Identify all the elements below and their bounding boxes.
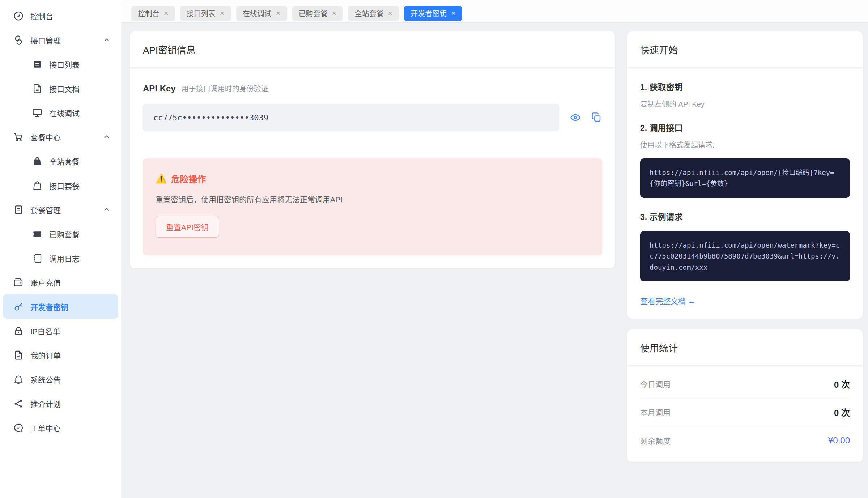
sidebar-item-label: 在线调试 <box>49 107 111 118</box>
warning-icon: ⚠️ <box>156 173 167 184</box>
stat-value: ¥0.00 <box>828 435 850 446</box>
sidebar-group-package-management[interactable]: 套餐管理 <box>0 197 121 222</box>
api-key-hint: 用于接口调用时的身份验证 <box>182 83 268 94</box>
sample-request-code-block: https://api.nfiii.com/api/open/watermark… <box>640 231 850 281</box>
sidebar-item-purchased-packages[interactable]: 已购套餐 <box>0 222 121 246</box>
bell-icon <box>13 374 24 385</box>
copy-icon[interactable] <box>591 112 602 123</box>
notebook-icon <box>32 253 43 264</box>
sidebar-item-label: 控制台 <box>30 10 111 21</box>
sidebar-item-referral-program[interactable]: 推介计划 <box>0 391 121 416</box>
sidebar-item-label: 账户充值 <box>30 277 111 288</box>
sidebar-item-label: 推介计划 <box>30 398 111 409</box>
tab-developer-key[interactable]: 开发者密钥 × <box>404 6 462 21</box>
sidebar-item-ticket-center[interactable]: 工单中心 <box>0 416 121 440</box>
quick-start-step-2: 2. 调用接口 使用以下格式发起请求: https://api.nfiii.co… <box>640 121 850 198</box>
stat-label: 剩余额度 <box>640 435 671 446</box>
chevron-up-icon <box>102 133 111 141</box>
step-description: 复制左侧的 API Key <box>640 98 850 109</box>
stat-label: 今日调用 <box>640 378 671 389</box>
tab-online-debug[interactable]: 在线调试 × <box>236 6 287 21</box>
sidebar-item-ip-whitelist[interactable]: IP白名单 <box>0 319 121 343</box>
request-format-code-block: https://api.nfiii.com/api/open/{接口编码}?ke… <box>640 158 850 198</box>
sidebar-item-label: 系统公告 <box>30 374 111 385</box>
quick-start-card: 快速开始 1. 获取密钥 复制左侧的 API Key 2. 调用接口 使用以下格… <box>627 31 863 319</box>
tab-bar: 控制台 × 接口列表 × 在线调试 × 已购套餐 × 全站套餐 × 开发者密钥 … <box>121 4 868 23</box>
sidebar-item-api-doc[interactable]: 接口文档 <box>0 76 121 101</box>
tab-api-list[interactable]: 接口列表 × <box>180 6 231 21</box>
chevron-up-icon <box>102 205 111 214</box>
reset-api-key-button[interactable]: 重置API密钥 <box>156 216 219 238</box>
close-icon[interactable]: × <box>332 9 337 17</box>
api-key-label-row: API Key 用于接口调用时的身份验证 <box>143 83 602 94</box>
tab-label: 全站套餐 <box>354 8 383 18</box>
sidebar-item-call-logs[interactable]: 调用日志 <box>0 246 121 270</box>
sidebar-item-label: 接口管理 <box>30 35 102 46</box>
danger-description: 重置密钥后，使用旧密钥的所有应用将无法正常调用API <box>156 193 590 204</box>
usage-stats-card: 使用统计 今日调用 0 次 本月调用 0 次 剩余额度 ¥0.00 <box>627 329 863 462</box>
danger-title-row: ⚠️ 危险操作 <box>156 172 590 185</box>
monitor-icon <box>32 107 43 118</box>
sidebar-item-online-debug[interactable]: 在线调试 <box>0 101 121 125</box>
sidebar-item-developer-key[interactable]: 开发者密钥 <box>3 294 118 319</box>
api-key-card-body: API Key 用于接口调用时的身份验证 cc775c•••••••••••••… <box>130 68 615 268</box>
sidebar-item-account-recharge[interactable]: 账户充值 <box>0 270 121 294</box>
close-icon[interactable]: × <box>388 9 392 17</box>
sidebar-item-dashboard[interactable]: 控制台 <box>0 4 121 28</box>
view-full-docs-link[interactable]: 查看完整文档 → <box>640 295 695 306</box>
tab-purchased-packages[interactable]: 已购套餐 × <box>292 6 343 21</box>
api-key-input-row: cc775c••••••••••••••3039 <box>143 104 602 131</box>
api-doc-icon <box>32 83 43 94</box>
eye-icon[interactable] <box>570 112 581 123</box>
usage-stats-title: 使用统计 <box>627 329 863 366</box>
step-heading: 2. 调用接口 <box>640 121 850 133</box>
order-check-icon <box>13 350 24 361</box>
sidebar-item-site-packages[interactable]: 全站套餐 <box>0 149 121 173</box>
cart-icon <box>13 132 24 142</box>
tab-dashboard[interactable]: 控制台 × <box>131 6 175 21</box>
tab-site-packages[interactable]: 全站套餐 × <box>348 6 399 21</box>
sidebar-item-label: IP白名单 <box>30 325 111 336</box>
close-icon[interactable]: × <box>276 9 281 17</box>
close-icon[interactable]: × <box>220 9 225 17</box>
stat-value: 0 次 <box>834 406 850 418</box>
api-link-icon <box>13 35 24 46</box>
sidebar-item-label: 套餐管理 <box>30 204 102 215</box>
chat-icon <box>13 422 24 433</box>
sidebar-item-my-orders[interactable]: 我的订单 <box>0 343 121 367</box>
sidebar-item-label: 全站套餐 <box>49 156 111 167</box>
main-area: 控制台 × 接口列表 × 在线调试 × 已购套餐 × 全站套餐 × 开发者密钥 … <box>121 0 868 498</box>
api-key-card-title: API密钥信息 <box>130 31 615 68</box>
sidebar-item-api-packages[interactable]: 接口套餐 <box>0 173 121 197</box>
sidebar-item-label: 接口文档 <box>49 83 111 94</box>
bag-outline-icon <box>32 180 43 191</box>
sidebar-item-system-announcements[interactable]: 系统公告 <box>0 367 121 391</box>
sidebar-item-label: 调用日志 <box>49 253 111 264</box>
sidebar-item-label: 开发者密钥 <box>30 301 108 312</box>
api-key-label: API Key <box>143 84 176 94</box>
tab-label: 已购套餐 <box>299 8 328 18</box>
sidebar-group-package-center[interactable]: 套餐中心 <box>0 125 121 149</box>
quick-start-step-3: 3. 示例请求 https://api.nfiii.com/api/open/w… <box>640 210 850 281</box>
sidebar-item-label: 工单中心 <box>30 422 111 433</box>
stat-row-today-calls: 今日调用 0 次 <box>640 370 850 398</box>
danger-zone: ⚠️ 危险操作 重置密钥后，使用旧密钥的所有应用将无法正常调用API 重置API… <box>143 158 602 255</box>
api-key-card: API密钥信息 API Key 用于接口调用时的身份验证 cc775c•••••… <box>130 31 615 268</box>
close-icon[interactable]: × <box>451 9 456 17</box>
sidebar-item-label: 接口列表 <box>49 59 111 70</box>
lock-icon <box>13 325 24 336</box>
stat-label: 本月调用 <box>640 407 671 417</box>
sidebar-item-api-list[interactable]: 接口列表 <box>0 52 121 76</box>
sidebar-item-label: 我的订单 <box>30 350 111 361</box>
sidebar-group-api-management[interactable]: 接口管理 <box>0 28 121 52</box>
quick-start-body: 1. 获取密钥 复制左侧的 API Key 2. 调用接口 使用以下格式发起请求… <box>627 68 863 319</box>
right-column: 快速开始 1. 获取密钥 复制左侧的 API Key 2. 调用接口 使用以下格… <box>627 31 863 462</box>
sidebar-item-label: 已购套餐 <box>49 229 111 239</box>
tab-label: 在线调试 <box>243 8 272 18</box>
api-key-value-field: cc775c••••••••••••••3039 <box>143 104 559 131</box>
usage-stats-body: 今日调用 0 次 本月调用 0 次 剩余额度 ¥0.00 <box>627 366 863 462</box>
close-icon[interactable]: × <box>164 9 169 17</box>
stat-value: 0 次 <box>834 378 850 390</box>
ticket-icon <box>32 229 43 239</box>
stat-row-month-calls: 本月调用 0 次 <box>640 398 850 426</box>
